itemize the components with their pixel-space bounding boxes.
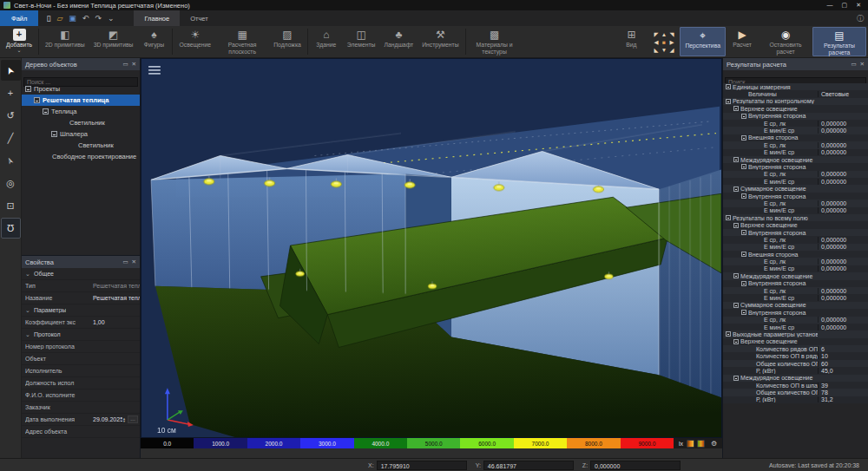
- result-row[interactable]: Р, (кВт) 31,2: [723, 396, 868, 403]
- result-row[interactable]: Выходные параметры установ: [723, 330, 868, 337]
- close-icon[interactable]: ✕: [132, 256, 136, 268]
- property-row[interactable]: ⌄ Исполнитель ▲▼ …: [22, 365, 140, 377]
- result-row[interactable]: Общее количество ОП 60: [723, 360, 868, 367]
- expander-icon[interactable]: [726, 99, 731, 104]
- y-value[interactable]: 46.681797: [483, 461, 574, 470]
- property-value[interactable]: 1,00: [93, 319, 140, 325]
- ribbon-button[interactable]: [307, 29, 308, 55]
- navigation-arrow-icon[interactable]: ◣: [652, 46, 660, 54]
- ribbon-button[interactable]: ▩ Материалы и текстуры: [468, 27, 522, 56]
- ribbon-button[interactable]: ▨ Подложка: [269, 27, 306, 56]
- tree-item[interactable]: Свободное проектирование: [22, 151, 140, 162]
- ribbon-button[interactable]: [465, 29, 466, 55]
- result-row[interactable]: Внутренняя сторона: [723, 280, 868, 287]
- property-row[interactable]: ⌄ Дата выполнения 29.09.2025 ▲▼ …: [22, 414, 140, 426]
- property-row[interactable]: ⌄ Коэффициент экс 1,00 ▲▼ …: [22, 317, 140, 329]
- result-row[interactable]: Е мин/Е ср 0,000000: [723, 324, 868, 330]
- navigation-pad[interactable]: ◤▲◥◀■▶◣▼◢: [652, 30, 675, 54]
- result-row[interactable]: Количество рядов ОП 6: [723, 345, 868, 352]
- ribbon-button[interactable]: ⚒ Инструменты: [418, 27, 463, 56]
- navigation-arrow-icon[interactable]: ◥: [667, 30, 675, 38]
- tool-button[interactable]: ➢: [1, 150, 21, 171]
- result-row[interactable]: Внутренняя сторона: [723, 163, 868, 170]
- pin-icon[interactable]: ▭: [122, 256, 128, 268]
- tree-item[interactable]: Проекты: [22, 83, 140, 95]
- property-value[interactable]: Решетчатая теплица: [93, 295, 140, 301]
- quick-access-icon[interactable]: ↶: [82, 10, 89, 26]
- result-row[interactable]: Междурядное освещение: [723, 272, 868, 279]
- result-row[interactable]: Е ср, лк 0,000000: [723, 317, 868, 324]
- property-row[interactable]: ⌄ Общее ▲▼ …: [22, 268, 140, 280]
- expander-icon[interactable]: [733, 223, 739, 228]
- spinner-icon[interactable]: ▲▼: [122, 417, 126, 422]
- result-row[interactable]: Е мин/Е ср 0,000000: [723, 178, 868, 185]
- property-row[interactable]: ⌄ Адрес объекта ▲▼ …: [22, 426, 140, 438]
- ribbon-button[interactable]: ▦ Расчетная плоскость: [215, 27, 269, 56]
- 3d-viewport[interactable]: 10 см: [141, 58, 722, 438]
- expander-icon[interactable]: [741, 252, 746, 257]
- tree-item[interactable]: Светильник: [22, 140, 140, 151]
- result-row[interactable]: Е ср, лк 0,000000: [723, 141, 868, 148]
- ellipsis-button[interactable]: …: [128, 415, 138, 423]
- x-value[interactable]: 17.795910: [377, 461, 467, 470]
- property-value[interactable]: 29.09.2025: [93, 416, 122, 422]
- result-row[interactable]: Е мин/Е ср 0,000000: [723, 294, 868, 301]
- ribbon-button[interactable]: ◉ Остановить расчет: [759, 27, 812, 56]
- ribbon-button[interactable]: [172, 29, 173, 55]
- result-row[interactable]: Внутренняя сторона: [723, 193, 868, 200]
- expander-icon[interactable]: [25, 86, 31, 92]
- expander-icon[interactable]: [733, 339, 739, 344]
- tool-button[interactable]: ╱: [1, 128, 21, 148]
- expander-icon[interactable]: [733, 157, 739, 162]
- window-control-button[interactable]: —: [827, 0, 833, 10]
- ribbon-button[interactable]: ♠ Фигуры: [137, 27, 170, 56]
- property-row[interactable]: ⌄ Заказчик ▲▼ …: [22, 402, 140, 414]
- result-row[interactable]: Е ср, лк 0,000000: [723, 258, 868, 265]
- expander-icon[interactable]: [733, 186, 739, 192]
- result-row[interactable]: Е мин/Е ср 0,000000: [723, 207, 868, 214]
- navigation-arrow-icon[interactable]: ▲: [660, 30, 667, 38]
- tool-button[interactable]: ↺: [1, 105, 21, 126]
- palette-toggle-icon[interactable]: [687, 440, 694, 448]
- expander-icon[interactable]: [741, 310, 746, 315]
- expander-icon[interactable]: [733, 303, 739, 308]
- property-row[interactable]: ⌄ Тип Решетчатая теплица ▲▼ …: [22, 280, 140, 292]
- close-icon[interactable]: ✕: [132, 58, 136, 70]
- result-row[interactable]: Общее количество ОП 78: [723, 389, 868, 396]
- expander-icon[interactable]: [733, 273, 739, 278]
- colorbar-scale[interactable]: 0.01000.02000.03000.04000.05000.06000.07…: [141, 438, 674, 448]
- ribbon-button[interactable]: ⌂ Здание: [310, 27, 343, 56]
- info-icon[interactable]: ⓘ: [857, 14, 864, 23]
- result-row[interactable]: Е мин/Е ср 0,000000: [723, 127, 868, 134]
- expander-icon[interactable]: [726, 215, 731, 220]
- result-row[interactable]: Величины Световые: [723, 90, 868, 97]
- ribbon-button[interactable]: ⌖ Перспектива: [680, 27, 726, 56]
- expander-icon[interactable]: [733, 106, 739, 111]
- result-row[interactable]: Верхнее освещение: [723, 221, 868, 228]
- expander-icon[interactable]: [741, 114, 746, 119]
- ribbon-button[interactable]: [38, 29, 39, 55]
- ribbon-tab[interactable]: Главное: [134, 10, 180, 26]
- ribbon-button[interactable]: ☀ Освещение: [174, 27, 215, 56]
- result-row[interactable]: Внутренняя сторона: [723, 113, 868, 120]
- result-row[interactable]: Е ср, лк 0,000000: [723, 236, 868, 243]
- gear-icon[interactable]: ⚙: [711, 440, 717, 448]
- expander-icon[interactable]: [726, 331, 731, 337]
- result-row[interactable]: Суммарное освещение: [723, 302, 868, 309]
- result-row[interactable]: Результаты по всему полю: [723, 214, 868, 221]
- tree-item[interactable]: Теплица: [22, 106, 140, 117]
- property-row[interactable]: ⌄ Номер протокола ▲▼ …: [22, 341, 140, 353]
- expander-icon[interactable]: [741, 281, 746, 286]
- result-row[interactable]: Внешняя сторона: [723, 134, 868, 141]
- expander-icon[interactable]: [51, 131, 57, 137]
- navigation-arrow-icon[interactable]: ◀: [652, 38, 660, 46]
- expander-icon[interactable]: [34, 97, 40, 103]
- property-row[interactable]: ⌄ Параметры ▲▼ …: [22, 304, 140, 317]
- tool-button[interactable]: ⊡: [1, 195, 21, 216]
- quick-access-icon[interactable]: ↷: [95, 10, 102, 26]
- expander-icon[interactable]: [741, 230, 746, 235]
- result-row[interactable]: Е мин/Е ср 0,000000: [723, 265, 868, 272]
- expander-icon[interactable]: [733, 376, 739, 381]
- result-row[interactable]: Внутренняя сторона: [723, 229, 868, 236]
- ribbon-button[interactable]: ◧ 2D примитивы: [41, 27, 89, 56]
